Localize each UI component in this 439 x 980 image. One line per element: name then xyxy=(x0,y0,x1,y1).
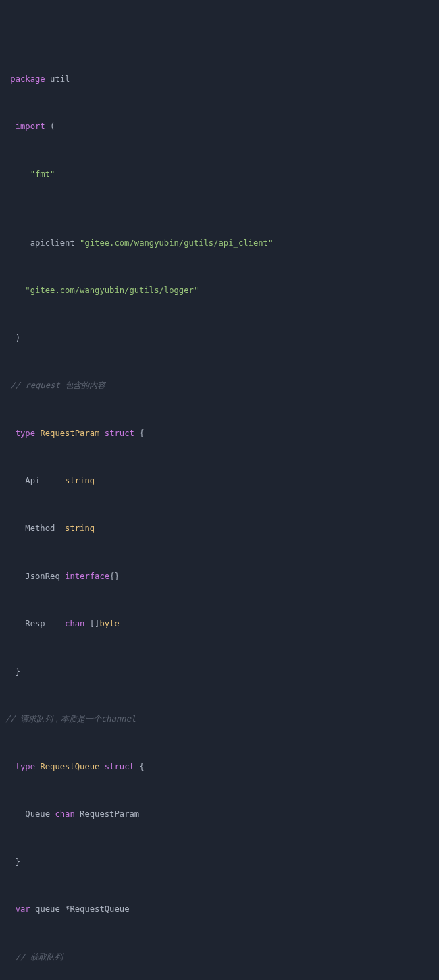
code-line: Method string xyxy=(5,522,439,536)
code-line: type RequestParam struct { xyxy=(5,427,439,441)
code-line: ) xyxy=(5,332,439,346)
code-line: type RequestQueue struct { xyxy=(5,761,439,774)
code-line: JsonReq interface{} xyxy=(5,570,439,584)
code-line: // request 包含的内容 xyxy=(5,379,439,393)
code-line: } xyxy=(5,665,439,679)
code-line: // 获取队列 xyxy=(5,951,439,964)
code-line: Api string xyxy=(5,474,439,488)
code-line: apiclient "gitee.com/wangyubin/gutils/ap… xyxy=(5,237,439,250)
code-line: } xyxy=(5,856,439,869)
code-line: Queue chan RequestParam xyxy=(5,808,439,821)
code-line: import ( xyxy=(5,120,439,134)
code-line: "fmt" xyxy=(5,168,439,182)
code-line: Resp chan []byte xyxy=(5,618,439,631)
code-line: "gitee.com/wangyubin/gutils/logger" xyxy=(5,284,439,298)
code-line: package util xyxy=(5,73,439,86)
code-block: package util import ( "fmt" apiclient "g… xyxy=(5,59,439,980)
code-line: var queue *RequestQueue xyxy=(5,903,439,917)
code-line: // 请求队列，本质是一个channel xyxy=(5,713,439,726)
